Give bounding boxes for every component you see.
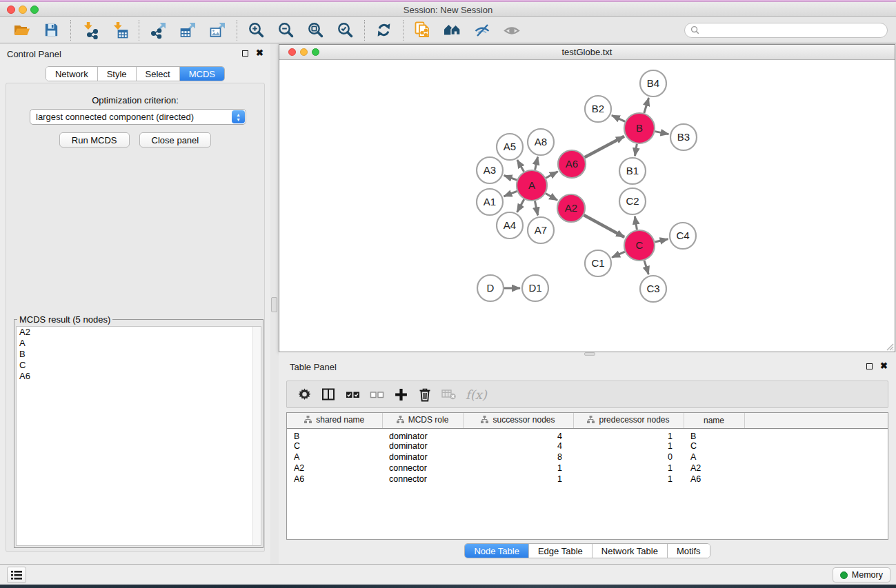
table-row[interactable]: Adominator80A (287, 452, 888, 463)
first-neighbors-houses-icon[interactable] (437, 19, 467, 42)
column-header-shared-name[interactable]: shared name (287, 413, 382, 428)
table-row[interactable]: Cdominator41C (287, 441, 888, 452)
column-header-mcds-role[interactable]: MCDS role (382, 413, 463, 428)
graph-node-C3[interactable]: C3 (640, 276, 666, 302)
tab-network[interactable]: Network (46, 67, 98, 81)
graph-node-A4[interactable]: A4 (497, 212, 523, 239)
table-cell[interactable]: 1 (573, 474, 684, 485)
panel-splitter-vertical[interactable] (270, 43, 279, 564)
graph-edge-C-C1[interactable] (612, 252, 625, 257)
run-mcds-button[interactable]: Run MCDS (59, 132, 130, 148)
graph-edge-C-C2[interactable] (635, 216, 637, 230)
graph-edge-A-A2[interactable] (546, 194, 557, 201)
graph-edge-A-A1[interactable] (504, 191, 517, 196)
table-row[interactable]: A6connector11A6 (287, 474, 888, 485)
table-cell[interactable]: B (287, 428, 382, 441)
table-cell[interactable]: 4 (463, 441, 573, 452)
graph-node-A3[interactable]: A3 (477, 157, 503, 183)
tab-node-table[interactable]: Node Table (465, 544, 529, 558)
search-field[interactable] (684, 23, 888, 38)
zoom-in-icon[interactable] (241, 19, 271, 42)
graph-node-C[interactable]: C (624, 230, 655, 261)
table-row[interactable]: A2connector11A2 (287, 463, 888, 474)
graph-node-A5[interactable]: A5 (497, 134, 523, 160)
table-cell[interactable]: C (287, 441, 382, 452)
network-canvas[interactable]: AA1A2A3A4A5A6A7A8BB1B2B3B4CC1C2C3C4DD1 (279, 61, 895, 352)
graph-node-D[interactable]: D (477, 275, 504, 301)
graph-node-A7[interactable]: A7 (528, 217, 554, 243)
graph-node-B3[interactable]: B3 (670, 124, 697, 150)
graph-node-A8[interactable]: A8 (528, 129, 554, 155)
table-cell[interactable]: B (684, 428, 744, 441)
result-list-scrollbar[interactable] (252, 327, 261, 545)
table-row[interactable]: Bdominator41B (287, 428, 888, 441)
graph-edge-C-C3[interactable] (644, 261, 648, 274)
table-cell[interactable]: A2 (287, 463, 382, 474)
zoom-fit-content-icon[interactable] (301, 19, 330, 42)
graph-node-A6[interactable]: A6 (558, 150, 586, 178)
table-cell[interactable]: A2 (684, 463, 744, 474)
table-cell[interactable]: dominator (382, 441, 463, 452)
table-cell[interactable]: 1 (463, 474, 573, 485)
table-cell[interactable]: 1 (573, 441, 684, 452)
graph-node-B1[interactable]: B1 (619, 158, 646, 184)
settings-gear-icon[interactable] (295, 385, 313, 404)
import-table-icon[interactable] (105, 19, 135, 42)
show-all-eye-icon[interactable] (497, 19, 526, 42)
task-history-button[interactable] (7, 567, 26, 583)
table-cell[interactable]: A6 (287, 474, 382, 485)
tab-select[interactable]: Select (137, 67, 180, 81)
import-network-icon[interactable] (75, 19, 105, 42)
graph-edge-A2-C[interactable] (584, 215, 624, 237)
graph-node-B[interactable]: B (624, 113, 655, 143)
graph-node-C1[interactable]: C1 (585, 250, 611, 276)
float-panel-icon[interactable] (242, 50, 248, 57)
float-panel-icon[interactable] (866, 363, 873, 369)
graph-edge-A-A5[interactable] (517, 160, 524, 172)
search-input[interactable] (703, 25, 882, 35)
graph-edge-A-A4[interactable] (517, 199, 524, 212)
graph-node-C4[interactable]: C4 (670, 223, 696, 249)
column-header-predecessor-nodes[interactable]: predecessor nodes (573, 413, 684, 428)
table-cell[interactable]: connector (382, 474, 463, 485)
tab-mcds[interactable]: MCDS (180, 67, 224, 81)
tab-network-table[interactable]: Network Table (593, 544, 668, 558)
close-panel-button[interactable]: Close panel (139, 132, 212, 148)
table-cell[interactable]: connector (382, 463, 463, 474)
graph-edge-B-B1[interactable] (635, 144, 637, 156)
graph-node-A[interactable]: A (517, 170, 547, 201)
graph-node-B2[interactable]: B2 (585, 96, 611, 122)
splitter-grip[interactable] (271, 297, 277, 312)
column-header-name[interactable]: name (684, 413, 744, 428)
close-panel-icon[interactable]: ✖ (880, 363, 888, 369)
window-resize-grip[interactable] (884, 341, 894, 351)
graph-edge-A-A7[interactable] (535, 201, 538, 216)
table-cell[interactable]: 1 (463, 463, 573, 474)
show-column-icon[interactable] (319, 385, 337, 404)
table-cell[interactable]: A (684, 452, 744, 463)
table-cell[interactable]: 0 (573, 452, 684, 463)
hide-selected-eye-slash-icon[interactable] (467, 19, 497, 42)
refresh-icon[interactable] (369, 19, 399, 42)
table-cell[interactable]: dominator (382, 452, 463, 463)
table-cell[interactable]: A (287, 452, 382, 463)
table-cell[interactable]: dominator (382, 428, 463, 441)
table-cell[interactable]: 1 (573, 463, 684, 474)
graph-node-A1[interactable]: A1 (477, 189, 503, 215)
zoom-out-icon[interactable] (271, 19, 301, 42)
unselect-all-checkboxes-icon[interactable] (368, 385, 386, 404)
graph-edge-A-A3[interactable] (504, 176, 517, 181)
select-all-checkboxes-icon[interactable] (344, 385, 361, 404)
tab-edge-table[interactable]: Edge Table (529, 544, 593, 558)
zoom-selected-region-icon[interactable] (330, 19, 360, 42)
graph-node-A2[interactable]: A2 (557, 194, 585, 222)
table-cell[interactable]: 4 (463, 428, 573, 441)
export-image-icon[interactable] (203, 19, 232, 42)
graph-edge-A6-B[interactable] (585, 136, 624, 158)
table-cell[interactable]: 1 (573, 428, 684, 441)
new-network-from-selection-icon[interactable] (408, 19, 437, 42)
graph-node-B4[interactable]: B4 (640, 70, 666, 97)
delete-column-trash-icon[interactable] (416, 385, 434, 404)
export-network-icon[interactable] (143, 19, 173, 42)
export-table-icon[interactable] (173, 19, 203, 42)
